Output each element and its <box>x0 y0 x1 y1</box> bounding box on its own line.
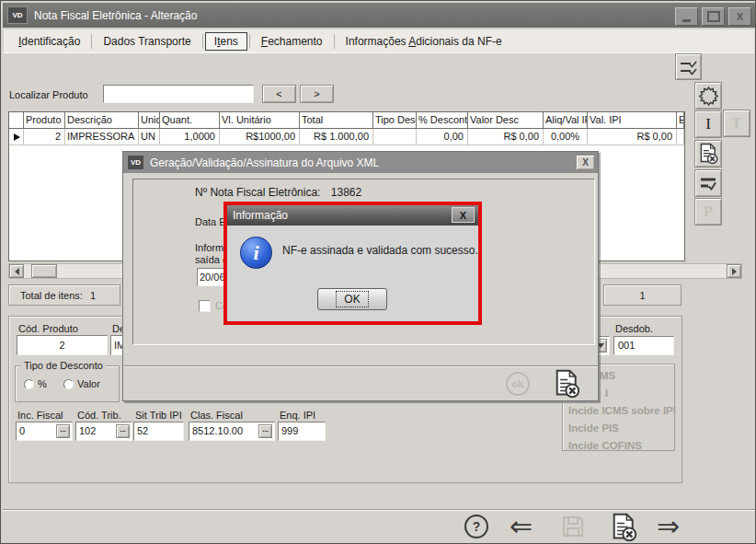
page-indicator-panel: 1 <box>603 284 682 306</box>
grid-header[interactable]: Unid <box>139 112 160 129</box>
document-x-icon <box>610 513 637 542</box>
t-letter-icon: T <box>731 114 741 133</box>
grid-header[interactable]: Tipo Desc. <box>373 112 417 129</box>
grid-header[interactable]: Descrição <box>65 112 139 129</box>
close-button[interactable]: X <box>728 7 751 26</box>
confirm-lines-button[interactable] <box>694 169 722 197</box>
app-window: VD Nota Fiscal Eletrônica - Alteração X … <box>0 0 756 544</box>
cancel-document-button[interactable] <box>694 140 722 168</box>
grid-header[interactable]: Aliq/Val IP <box>544 112 588 129</box>
cell-produto: 2 <box>24 129 65 145</box>
message-box-close-button[interactable]: X <box>452 207 475 223</box>
tab-bar: Identificação Dados Transporte Itens Fec… <box>4 29 754 53</box>
save-button-disabled <box>561 515 585 542</box>
cell-tipo-desc <box>373 129 417 145</box>
minimize-icon <box>682 19 691 22</box>
enq-ipi-input[interactable]: 999 <box>278 422 326 441</box>
nfe-number-label: Nº Nota Fiscal Eletrônica: <box>195 186 320 199</box>
grid-header[interactable]: Val. IPI <box>588 112 677 129</box>
row-selector-cell <box>9 129 24 145</box>
grid-header[interactable]: E <box>677 112 684 129</box>
xml-dialog-title: Geração/Validação/Assinatura do Arquivo … <box>150 156 379 169</box>
print-button-disabled: P <box>694 198 722 226</box>
tab-separator <box>334 34 335 49</box>
info-message-box: Informação X i NF-e assinada e validada … <box>223 202 482 325</box>
previous-record-button[interactable]: ⇐ <box>510 513 533 540</box>
message-box-titlebar[interactable]: Informação <box>227 205 478 226</box>
incide-icms-sobre-ipi-label: Incide ICMS sobre IPI <box>568 402 674 420</box>
grid-header[interactable]: Quant. <box>160 112 220 129</box>
document-x-icon <box>553 369 580 399</box>
tab-identificacao[interactable]: Identificação <box>9 32 89 51</box>
cell-unid: UN <box>139 129 160 145</box>
radio-valor-label: Valor <box>77 378 100 389</box>
cell-vl-unitario: R$1000,00 <box>220 129 300 145</box>
tab-fechamento[interactable]: Fechamento <box>252 32 332 51</box>
inc-fiscal-input[interactable]: 0 ... <box>16 422 73 441</box>
info-icon: i <box>240 237 272 269</box>
nfe-number-value: 13862 <box>331 186 361 199</box>
grid-header[interactable]: Total <box>300 112 373 129</box>
message-box-title: Informação <box>233 209 288 222</box>
next-record-button[interactable]: ⇒ <box>657 513 680 540</box>
cod-trib-lookup-button[interactable]: ... <box>116 424 130 438</box>
grid-header[interactable]: Produto <box>24 112 65 129</box>
dialog-cancel-button[interactable] <box>553 369 580 402</box>
clas-fiscal-input[interactable]: 8512.10.00 ... <box>189 422 275 441</box>
radio-valor[interactable] <box>63 379 74 389</box>
incide-icms-label: MS <box>600 367 674 385</box>
p-letter-icon: P <box>704 203 713 221</box>
cell-extra <box>677 129 684 145</box>
scroll-left-icon <box>15 268 19 275</box>
grid-header[interactable]: Vl. Unitário <box>220 112 300 129</box>
tab-itens[interactable]: Itens <box>205 32 247 51</box>
scroll-left-button[interactable] <box>9 264 24 278</box>
scroll-thumb[interactable] <box>31 264 57 278</box>
radio-percent[interactable] <box>24 379 34 389</box>
xml-dialog-close-button[interactable]: X <box>576 155 595 170</box>
grid-header[interactable]: Valor Desc <box>468 112 544 129</box>
enq-ipi-label: Enq. IPI <box>280 410 315 421</box>
clas-fiscal-lookup-button[interactable]: ... <box>258 424 272 438</box>
validate-list-button[interactable] <box>675 53 702 80</box>
desdob-input[interactable]: 001 <box>613 336 674 355</box>
cod-produto-label: Cód. Produto <box>18 323 78 334</box>
contingencia-checkbox[interactable] <box>199 300 211 312</box>
total-items-panel: Total de itens: 1 <box>8 284 120 306</box>
inc-fiscal-lookup-button[interactable]: ... <box>56 424 70 438</box>
cell-valor-desc: R$ 0,00 <box>468 129 544 145</box>
grid-header-marker <box>9 112 24 129</box>
sit-trib-ipi-label: Sit Trib IPI <box>135 410 182 421</box>
scroll-right-icon <box>732 268 737 275</box>
tab-separator <box>249 34 250 49</box>
locate-prev-button[interactable]: < <box>262 85 296 103</box>
window-titlebar[interactable]: VD Nota Fiscal Eletrônica - Alteração X <box>3 3 755 28</box>
cell-val-ipi: R$ 0,00 <box>588 129 677 145</box>
help-button[interactable]: ? <box>464 515 488 538</box>
italic-button[interactable]: I <box>694 110 722 138</box>
grid-row[interactable]: 2 IMPRESSORA UN 1,0000 R$1000,00 R$ 1.00… <box>9 129 684 145</box>
cod-trib-input[interactable]: 102 ... <box>75 422 132 441</box>
cod-produto-input[interactable]: 2 <box>17 335 108 355</box>
seal-button[interactable] <box>694 82 722 110</box>
locate-product-input[interactable] <box>103 85 254 103</box>
clas-fiscal-label: Clas. Fiscal <box>190 410 243 421</box>
cancel-record-button[interactable] <box>610 513 637 544</box>
window-title: Nota Fiscal Eletrônica - Alteração <box>34 9 197 22</box>
maximize-button[interactable] <box>702 7 725 26</box>
grid-header[interactable]: % Desconto <box>417 112 468 129</box>
tab-informacoes-adicionais[interactable]: Informações Adicionais da NF-e <box>337 32 511 51</box>
minimize-button[interactable] <box>675 7 698 26</box>
message-text: NF-e assinada e validada com sucesso. <box>282 244 478 257</box>
tab-separator <box>202 34 203 49</box>
xml-dialog-titlebar[interactable]: VD Geração/Validação/Assinatura do Arqui… <box>123 152 598 173</box>
locate-next-button[interactable]: > <box>300 85 334 103</box>
sit-trib-ipi-input[interactable]: 52 <box>133 422 184 441</box>
tab-dados-transporte[interactable]: Dados Transporte <box>94 32 200 51</box>
incide-pis-label: Incide PIS <box>568 420 674 437</box>
cell-quant: 1,0000 <box>160 129 220 145</box>
message-ok-button[interactable]: OK <box>317 288 387 310</box>
message-ok-label: OK <box>336 291 368 307</box>
close-icon: X <box>737 12 743 22</box>
scroll-right-button[interactable] <box>727 264 741 278</box>
